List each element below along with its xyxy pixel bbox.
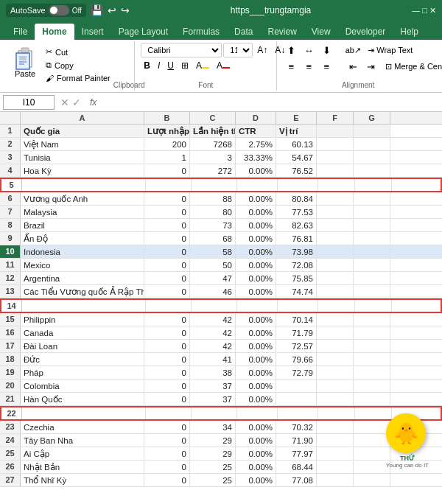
cell-c2[interactable]: 7268 xyxy=(190,138,236,150)
cell-b1[interactable]: Lượt nhập xyxy=(144,125,190,137)
table-row[interactable]: 6Vương quốc Anh0880.00%80.84 xyxy=(0,192,442,206)
cell-g19[interactable] xyxy=(354,366,390,379)
cell-c13[interactable]: 46 xyxy=(190,285,236,298)
font-size-select[interactable]: 11 xyxy=(223,43,253,57)
paste-button[interactable]: Paste xyxy=(9,43,41,84)
cell-d15[interactable]: 0.00% xyxy=(236,313,276,326)
merge-center-button[interactable]: ⊡ Merge & Center xyxy=(383,59,442,74)
cell-f20[interactable] xyxy=(317,379,354,392)
cell-d1[interactable]: CTR xyxy=(236,125,276,137)
table-row[interactable]: 13Các Tiểu Vương quốc Ả Rập Thống nhất04… xyxy=(0,285,442,298)
cell-d5[interactable] xyxy=(237,179,278,191)
cell-g5[interactable] xyxy=(355,179,392,191)
font-family-select[interactable]: Calibri xyxy=(141,43,222,57)
cell-d7[interactable]: 0.00% xyxy=(236,206,276,218)
cell-f17[interactable] xyxy=(317,340,354,352)
tab-help[interactable]: Help xyxy=(393,24,426,40)
bold-button[interactable]: B xyxy=(141,59,153,72)
table-row[interactable]: 26Nhật Bản0250.00%68.44 xyxy=(0,461,442,474)
col-header-g[interactable]: G xyxy=(354,112,390,124)
cell-a4[interactable]: Hoa Kỳ xyxy=(21,164,144,177)
cell-f5[interactable] xyxy=(318,179,355,191)
cell-d21[interactable]: 0.00% xyxy=(236,393,276,405)
cell-g4[interactable] xyxy=(354,164,390,177)
cell-b16[interactable]: 0 xyxy=(144,326,190,339)
cell-b10[interactable]: 0 xyxy=(144,245,190,258)
cell-g14[interactable] xyxy=(355,300,392,312)
table-row[interactable]: 16Canada0420.00%71.79 xyxy=(0,326,442,340)
table-row[interactable]: 4Hoa Kỳ02720.00%76.52 xyxy=(0,164,442,178)
cell-g27[interactable] xyxy=(354,474,390,486)
cell-g17[interactable] xyxy=(354,340,390,352)
table-row[interactable]: 23Czechia0340.00%70.32 xyxy=(0,421,442,434)
table-row[interactable]: 20Colombia0370.00% xyxy=(0,379,442,393)
cell-c12[interactable]: 47 xyxy=(190,272,236,284)
cell-d17[interactable]: 0.00% xyxy=(236,340,276,352)
cell-g3[interactable] xyxy=(354,151,390,164)
cell-a16[interactable]: Canada xyxy=(21,326,144,339)
cell-g18[interactable] xyxy=(354,353,390,365)
cell-e20[interactable] xyxy=(276,379,317,392)
border-button[interactable]: ⊞ xyxy=(178,59,192,72)
cell-a26[interactable]: Nhật Bản xyxy=(21,461,144,473)
cell-b8[interactable]: 0 xyxy=(144,219,190,231)
cell-b22[interactable] xyxy=(146,407,192,419)
cell-a8[interactable]: Brazil xyxy=(21,219,144,231)
cell-a13[interactable]: Các Tiểu Vương quốc Ả Rập Thống nhất xyxy=(21,285,144,298)
cell-b26[interactable]: 0 xyxy=(144,461,190,473)
tab-formulas[interactable]: Formulas xyxy=(175,24,227,40)
cell-e10[interactable]: 73.98 xyxy=(276,245,317,258)
cell-d26[interactable]: 0.00% xyxy=(236,461,276,473)
cell-g15[interactable] xyxy=(354,313,390,326)
cell-f16[interactable] xyxy=(317,326,354,339)
indent-dec-button[interactable]: ⇤ xyxy=(345,59,361,74)
cell-a19[interactable]: Pháp xyxy=(21,366,144,379)
table-row[interactable]: 15Philippin0420.00%70.14 xyxy=(0,313,442,326)
cell-d8[interactable]: 0.00% xyxy=(236,219,276,231)
cell-b17[interactable]: 0 xyxy=(144,340,190,352)
cell-c17[interactable]: 42 xyxy=(190,340,236,352)
cell-d20[interactable]: 0.00% xyxy=(236,379,276,392)
cell-e25[interactable]: 77.97 xyxy=(276,447,317,460)
cell-a5[interactable] xyxy=(22,179,146,191)
cell-e4[interactable]: 76.52 xyxy=(276,164,317,177)
cell-c14[interactable] xyxy=(192,300,237,312)
cell-c27[interactable]: 25 xyxy=(190,474,236,486)
table-row[interactable]: 5 xyxy=(0,178,442,192)
cell-d11[interactable]: 0.00% xyxy=(236,259,276,271)
align-center-button[interactable]: ≡ xyxy=(301,59,317,74)
indent-inc-button[interactable]: ⇥ xyxy=(362,59,379,74)
cell-b24[interactable]: 0 xyxy=(144,434,190,447)
cell-e23[interactable]: 70.32 xyxy=(276,421,317,433)
cell-b13[interactable]: 0 xyxy=(144,285,190,298)
cell-c23[interactable]: 34 xyxy=(190,421,236,433)
table-row[interactable]: 27Thổ Nhĩ Kỳ0250.00%77.08 xyxy=(0,474,442,487)
cell-b3[interactable]: 1 xyxy=(144,151,190,164)
cell-a1[interactable]: Quốc gia xyxy=(21,125,144,137)
copy-button[interactable]: ⧉ Copy xyxy=(43,59,113,71)
autosave-toggle-switch[interactable] xyxy=(49,5,69,15)
table-row[interactable]: 19Pháp0380.00%72.79 xyxy=(0,366,442,379)
formula-input[interactable] xyxy=(102,97,439,108)
cell-c3[interactable]: 3 xyxy=(190,151,236,164)
cell-a15[interactable]: Philippin xyxy=(21,313,144,326)
cell-g22[interactable] xyxy=(355,407,392,419)
cell-a20[interactable]: Colombia xyxy=(21,379,144,392)
tab-data[interactable]: Data xyxy=(227,24,260,40)
cell-a17[interactable]: Đài Loan xyxy=(21,340,144,352)
cell-f22[interactable] xyxy=(318,407,355,419)
cell-e8[interactable]: 82.63 xyxy=(276,219,317,231)
cell-c22[interactable] xyxy=(192,407,237,419)
cell-a25[interactable]: Ai Cập xyxy=(21,447,144,460)
cell-e9[interactable]: 76.81 xyxy=(276,232,317,245)
cell-e15[interactable]: 70.14 xyxy=(276,313,317,326)
cell-d10[interactable]: 0.00% xyxy=(236,245,276,258)
cell-d25[interactable]: 0.00% xyxy=(236,447,276,460)
cell-b11[interactable]: 0 xyxy=(144,259,190,271)
cell-d9[interactable]: 0.00% xyxy=(236,232,276,245)
cell-e1[interactable]: Vị trí xyxy=(276,125,317,137)
cell-e2[interactable]: 60.13 xyxy=(276,138,317,150)
cell-f7[interactable] xyxy=(317,206,354,218)
tab-file[interactable]: File xyxy=(6,24,35,40)
cell-g8[interactable] xyxy=(354,219,390,231)
